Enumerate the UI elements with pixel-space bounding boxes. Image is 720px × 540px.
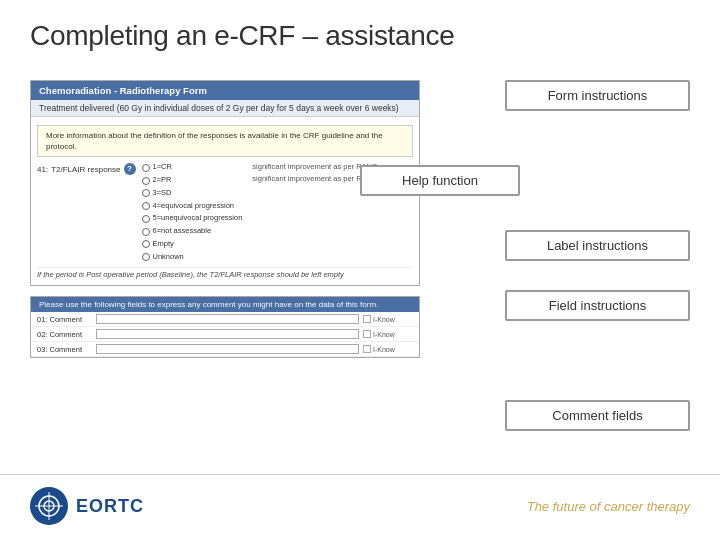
slide: Completing an e-CRF – assistance Chemora… bbox=[0, 0, 720, 540]
comment-label-2: 02: Comment bbox=[37, 330, 92, 339]
radio-unknown[interactable] bbox=[142, 253, 150, 261]
radio-option-unknown: Unknown bbox=[142, 251, 243, 264]
field-number: 41: bbox=[37, 165, 48, 174]
footer-divider bbox=[0, 474, 720, 475]
comment-fields-label: Comment fields bbox=[505, 400, 690, 431]
comment-label-3: 03: Comment bbox=[37, 345, 92, 354]
comment-section: Please use the following fields to expre… bbox=[30, 296, 420, 358]
crf-form-header: Chemoradiation - Radiotherapy Form bbox=[31, 81, 419, 100]
comment-row-2: 02: Comment I-Know bbox=[31, 327, 419, 342]
help-tooltip: More information about the definition of… bbox=[37, 125, 413, 157]
content-area: Chemoradiation - Radiotherapy Form Treat… bbox=[30, 70, 690, 470]
radio-1cr[interactable] bbox=[142, 164, 150, 172]
eortc-text: EORTC bbox=[76, 496, 144, 517]
comment-section-header: Please use the following fields to expre… bbox=[31, 297, 419, 312]
comment-row-3: 03: Comment I-Know bbox=[31, 342, 419, 357]
radio-6na[interactable] bbox=[142, 228, 150, 236]
radio-option-2pr: 2=PR bbox=[142, 174, 243, 187]
field-descriptions: significant improvement as per RANO sign… bbox=[252, 161, 377, 185]
form-instructions-label: Form instructions bbox=[505, 80, 690, 111]
comment-check-1: I-Know bbox=[363, 315, 413, 323]
checkbox-2[interactable] bbox=[363, 330, 371, 338]
radio-options: 1=CR 2=PR 3=SD bbox=[142, 161, 243, 263]
footer-tagline: The future of cancer therapy bbox=[527, 499, 690, 514]
radio-option-1cr: 1=CR bbox=[142, 161, 243, 174]
comment-input-1[interactable] bbox=[96, 314, 359, 324]
field-instructions-label: Field instructions bbox=[505, 290, 690, 321]
checkbox-3[interactable] bbox=[363, 345, 371, 353]
eortc-svg bbox=[34, 491, 64, 521]
radio-option-5up: 5=unequivocal progression bbox=[142, 212, 243, 225]
radio-empty[interactable] bbox=[142, 240, 150, 248]
radio-3sd[interactable] bbox=[142, 189, 150, 197]
radio-2pr[interactable] bbox=[142, 177, 150, 185]
crf-form-body: More information about the definition of… bbox=[31, 117, 419, 285]
footer: EORTC The future of cancer therapy bbox=[30, 487, 690, 525]
field-name: T2/FLAIR response bbox=[51, 165, 120, 174]
help-function-label: Help function bbox=[360, 165, 520, 196]
comment-check-3: I-Know bbox=[363, 345, 413, 353]
checkbox-1[interactable] bbox=[363, 315, 371, 323]
radio-5up[interactable] bbox=[142, 215, 150, 223]
crf-field-row: 41: T2/FLAIR response ? 1=CR 2=PR bbox=[37, 161, 413, 263]
radio-4ep[interactable] bbox=[142, 202, 150, 210]
comment-input-3[interactable] bbox=[96, 344, 359, 354]
crf-treatment-row: Treatment delivered (60 Gy in individual… bbox=[31, 100, 419, 117]
field-label: 41: T2/FLAIR response ? bbox=[37, 161, 136, 175]
comment-check-2: I-Know bbox=[363, 330, 413, 338]
label-instructions-label: Label instructions bbox=[505, 230, 690, 261]
crf-container: Chemoradiation - Radiotherapy Form Treat… bbox=[30, 80, 420, 470]
comment-row-1: 01: Comment I-Know bbox=[31, 312, 419, 327]
eortc-circle-icon bbox=[30, 487, 68, 525]
page-title: Completing an e-CRF – assistance bbox=[30, 20, 690, 52]
comment-input-2[interactable] bbox=[96, 329, 359, 339]
radio-option-4ep: 4=equivocal progression bbox=[142, 200, 243, 213]
help-icon[interactable]: ? bbox=[124, 163, 136, 175]
radio-option-6na: 6=not assessable bbox=[142, 225, 243, 238]
radio-option-3sd: 3=SD bbox=[142, 187, 243, 200]
eortc-logo: EORTC bbox=[30, 487, 144, 525]
comment-label-1: 01: Comment bbox=[37, 315, 92, 324]
field-note: If the period is Post operative period (… bbox=[37, 267, 413, 281]
radio-option-empty: Empty bbox=[142, 238, 243, 251]
